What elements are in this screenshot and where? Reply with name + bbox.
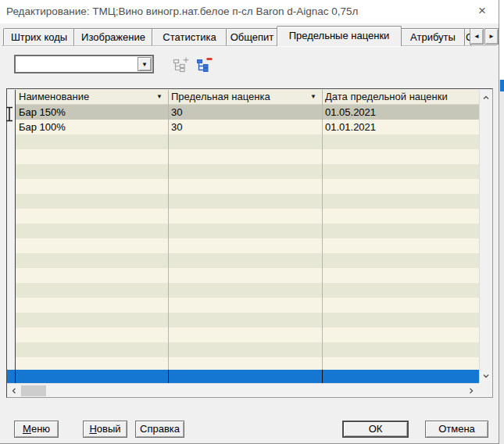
cell-date: 01.05.2021 — [322, 105, 479, 120]
cell-name: Бар 100% — [16, 120, 168, 134]
remove-markup-button[interactable] — [196, 56, 213, 73]
tab-attributes[interactable]: Атрибуты — [400, 28, 466, 45]
filter-arrow-icon[interactable]: ▼ — [310, 90, 316, 105]
chevron-right-icon — [467, 385, 475, 397]
column-header-markup[interactable]: Предельная наценка — [168, 90, 322, 105]
markup-type-combobox[interactable]: ▼ — [14, 55, 154, 73]
scroll-down-button[interactable] — [480, 370, 492, 382]
tab-scroll-left-button[interactable]: ◄ — [470, 28, 484, 45]
dialog-title: Редактирование: ТМЦ;Вино виногр.нат.бело… — [6, 0, 358, 23]
grid-footer-row[interactable] — [7, 370, 479, 383]
grid-body — [16, 105, 479, 370]
tab-panel-edge — [2, 45, 497, 47]
help-button[interactable]: Справка — [135, 421, 184, 438]
scroll-right-button[interactable] — [465, 385, 477, 397]
tab-image[interactable]: Изображение — [73, 28, 153, 45]
combobox-dropdown-button[interactable]: ▼ — [138, 57, 152, 71]
combobox-value — [18, 57, 135, 71]
tree-remove-icon — [196, 64, 213, 76]
tree-add-icon — [173, 64, 190, 76]
close-button[interactable]: × — [469, 0, 495, 23]
close-icon: × — [478, 3, 486, 18]
tab-statistics[interactable]: Статистика — [152, 28, 227, 45]
cell-markup: 30 — [168, 120, 322, 134]
tab-catering[interactable]: Общепит — [226, 28, 278, 45]
chevron-up-icon — [482, 92, 490, 104]
scroll-left-button[interactable] — [8, 385, 20, 397]
arrow-left-icon: ◄ — [474, 33, 480, 40]
grid-row[interactable]: Бар 100% 30 01.01.2021 — [16, 120, 479, 134]
column-header-name[interactable]: Наименование — [16, 90, 168, 105]
scroll-up-button[interactable] — [480, 91, 492, 104]
column-separator — [322, 370, 323, 383]
cancel-button[interactable]: Отмена — [425, 421, 488, 438]
chevron-left-icon — [10, 385, 18, 397]
edit-dialog-window: Редактирование: ТМЦ;Вино виногр.нат.бело… — [0, 0, 499, 444]
tab-barcodes[interactable]: Штрих коды — [3, 28, 75, 45]
column-separator — [168, 90, 169, 370]
column-separator — [168, 370, 169, 383]
tab-scroll-right-button[interactable]: ► — [484, 28, 499, 45]
grid-header: Наименование Предельная наценка Дата пре… — [16, 90, 479, 105]
background-window-edge — [499, 0, 504, 444]
arrow-right-icon: ► — [488, 33, 495, 40]
menu-button[interactable]: Меню — [14, 421, 59, 438]
vertical-scrollbar[interactable] — [479, 90, 492, 383]
cell-date: 01.01.2021 — [322, 120, 479, 134]
new-button[interactable]: Новый — [83, 421, 127, 438]
filter-arrow-icon[interactable]: ▼ — [156, 90, 163, 105]
chevron-down-icon — [482, 371, 490, 382]
horizontal-scrollbar[interactable] — [7, 383, 479, 397]
cell-name: Бар 150% — [16, 105, 168, 120]
grid-row-gutter — [7, 90, 15, 383]
ok-button[interactable]: ОК — [342, 421, 409, 438]
scrollbar-thumb[interactable] — [21, 385, 46, 396]
column-header-date[interactable]: Дата предельной наценки — [322, 90, 479, 105]
tab-max-markups-active[interactable]: Предельные наценки — [277, 26, 402, 46]
column-separator — [322, 90, 323, 370]
title-bar: Редактирование: ТМЦ;Вино виногр.нат.бело… — [0, 0, 499, 23]
cell-markup: 30 — [168, 105, 322, 120]
grid-row-selected[interactable]: Бар 150% 30 01.05.2021 — [16, 105, 479, 120]
chevron-down-icon: ▼ — [141, 61, 148, 68]
gutter-separator — [15, 90, 16, 370]
ibeam-cursor — [4, 106, 15, 124]
add-markup-button[interactable] — [173, 56, 190, 73]
gutter-separator — [15, 370, 16, 383]
